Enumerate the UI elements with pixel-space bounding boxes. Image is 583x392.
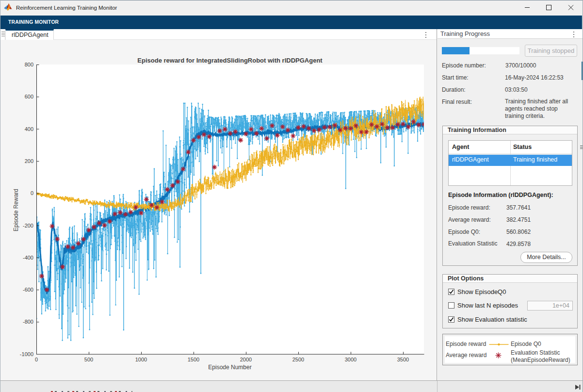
svg-text:1000: 1000 bbox=[135, 357, 147, 362]
svg-text:-400: -400 bbox=[23, 255, 33, 261]
svg-text:0: 0 bbox=[35, 357, 38, 362]
svg-text:3000: 3000 bbox=[345, 357, 356, 362]
svg-text:-1000: -1000 bbox=[20, 351, 33, 357]
svg-text:3500: 3500 bbox=[397, 357, 409, 362]
svg-text:800: 800 bbox=[25, 62, 33, 67]
svg-text:Episode reward for IntegratedS: Episode reward for IntegratedSlidingRobo… bbox=[137, 57, 323, 64]
svg-text:Episode Number: Episode Number bbox=[208, 364, 251, 371]
svg-text:2000: 2000 bbox=[240, 357, 252, 362]
svg-text:Episode Reward: Episode Reward bbox=[13, 189, 19, 231]
svg-text:600: 600 bbox=[25, 94, 33, 99]
svg-text:0: 0 bbox=[31, 190, 33, 196]
svg-text:400: 400 bbox=[25, 126, 33, 132]
svg-text:2500: 2500 bbox=[292, 357, 304, 362]
svg-text:-200: -200 bbox=[23, 223, 33, 229]
svg-text:500: 500 bbox=[84, 357, 93, 362]
svg-text:1500: 1500 bbox=[188, 357, 199, 362]
svg-text:-600: -600 bbox=[23, 287, 33, 293]
svg-text:200: 200 bbox=[25, 158, 33, 164]
svg-text:-800: -800 bbox=[23, 319, 33, 325]
